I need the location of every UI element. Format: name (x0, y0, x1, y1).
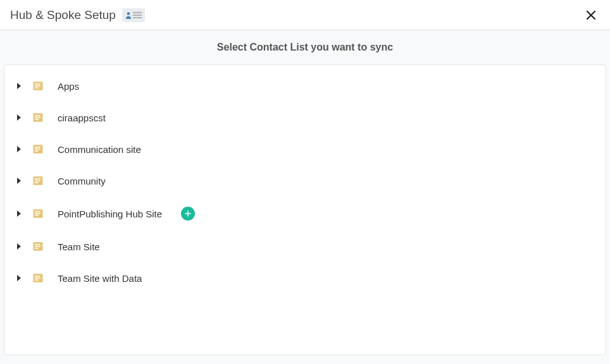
expand-arrow-icon[interactable] (17, 178, 21, 184)
svg-point-0 (127, 12, 130, 15)
svg-rect-30 (35, 277, 40, 279)
svg-rect-9 (35, 115, 40, 116)
close-icon (585, 9, 597, 21)
expand-arrow-icon[interactable] (17, 275, 21, 281)
svg-rect-17 (35, 178, 40, 179)
tree-item-1[interactable]: ciraappscst (4, 102, 606, 133)
contact-list-icon (122, 8, 145, 22)
folder-icon (32, 241, 44, 252)
close-button[interactable] (582, 6, 600, 24)
instruction-text: Select Contact List you want to sync (0, 30, 610, 64)
tree-item-2[interactable]: Communication site (4, 133, 606, 165)
folder-icon (32, 112, 44, 123)
add-button[interactable] (181, 207, 195, 221)
header-left: Hub & Spoke Setup (10, 8, 145, 22)
folder-icon (32, 208, 44, 219)
plus-icon (184, 210, 192, 217)
svg-rect-2 (133, 15, 142, 16)
expand-arrow-icon[interactable] (17, 243, 21, 250)
expand-arrow-icon[interactable] (17, 114, 21, 121)
svg-rect-13 (35, 147, 40, 148)
header-bar: Hub & Spoke Setup (0, 0, 610, 30)
svg-rect-1 (133, 12, 142, 13)
tree-item-label: PointPublishing Hub Site (58, 209, 162, 219)
svg-rect-21 (35, 211, 40, 212)
page-title: Hub & Spoke Setup (10, 8, 116, 22)
svg-rect-11 (35, 119, 39, 120)
expand-arrow-icon[interactable] (17, 210, 21, 217)
svg-rect-18 (35, 180, 40, 181)
svg-rect-22 (35, 213, 40, 214)
tree-item-label: Team Site with Data (58, 273, 142, 284)
svg-rect-19 (35, 182, 39, 183)
svg-rect-6 (35, 85, 40, 87)
folder-icon (32, 175, 44, 186)
svg-rect-15 (35, 150, 39, 152)
folder-icon (32, 272, 44, 284)
svg-rect-23 (35, 215, 39, 216)
tree-item-5[interactable]: Team Site (4, 231, 606, 262)
svg-rect-25 (35, 244, 40, 245)
tree-item-label: ciraappscst (58, 112, 106, 123)
tree-item-label: Community (58, 176, 106, 186)
svg-rect-26 (35, 246, 40, 247)
svg-rect-27 (35, 248, 39, 249)
svg-rect-3 (133, 17, 142, 18)
tree-item-label: Communication site (58, 144, 141, 155)
svg-rect-31 (35, 279, 39, 281)
tree-item-4[interactable]: PointPublishing Hub Site (4, 197, 606, 231)
svg-rect-10 (35, 117, 40, 118)
expand-arrow-icon[interactable] (17, 83, 21, 89)
tree-item-label: Apps (58, 81, 79, 92)
folder-icon (32, 143, 44, 155)
expand-arrow-icon[interactable] (17, 146, 21, 152)
tree-item-0[interactable]: Apps (4, 70, 606, 102)
tree-item-label: Team Site (58, 241, 100, 252)
svg-rect-5 (35, 83, 40, 85)
folder-icon (32, 80, 44, 92)
svg-rect-29 (35, 276, 40, 277)
tree-panel: Apps ciraappscst Communication site (4, 64, 606, 355)
svg-rect-14 (35, 149, 40, 150)
tree-item-6[interactable]: Team Site with Data (4, 262, 606, 294)
tree-item-3[interactable]: Community (4, 165, 606, 197)
svg-rect-7 (35, 87, 39, 88)
